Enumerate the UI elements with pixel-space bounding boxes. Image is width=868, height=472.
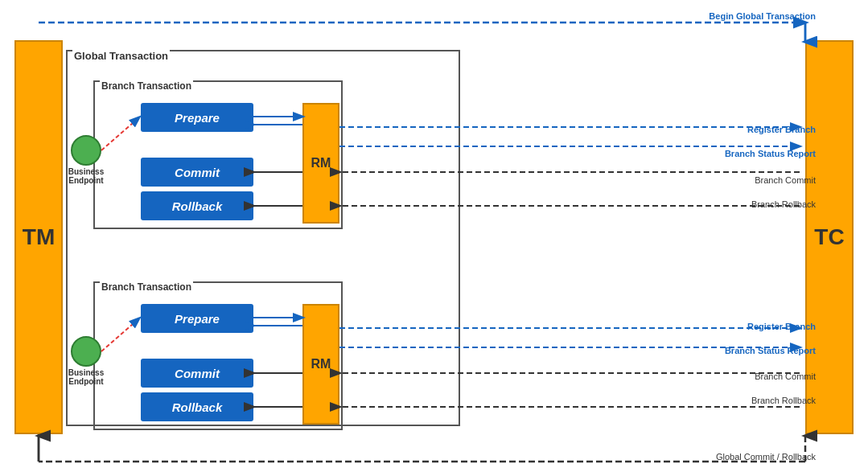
branch-commit-1-label: Branch Commit xyxy=(755,175,816,185)
prepare-label-top: Prepare xyxy=(175,111,220,125)
global-commit-rollback-label: Global Commit / Rollback xyxy=(716,452,816,462)
branch-status-report-2-label: Branch Status Report xyxy=(725,346,816,355)
commit-box-top: Commit xyxy=(141,158,253,187)
global-transaction-label: Global Transaction xyxy=(72,50,170,62)
branch-rollback-2-label: Branch Rollback xyxy=(751,396,816,405)
commit-label-bottom: Commit xyxy=(175,367,220,380)
register-branch-2-label: Register Branch xyxy=(747,322,816,331)
branch-rollback-1-label: Branch Rollback xyxy=(751,199,816,209)
tm-label: TM xyxy=(23,224,55,250)
prepare-label-bottom: Prepare xyxy=(175,312,220,326)
diagram-container: TM TC Global Transaction Branch Transact… xyxy=(0,0,868,472)
rm-label-top: RM xyxy=(311,156,331,170)
business-endpoint-top xyxy=(71,135,101,166)
begin-global-tx-label: Begin Global Transaction xyxy=(709,11,816,21)
prepare-box-bottom: Prepare xyxy=(141,304,253,333)
branch-status-report-1-label: Branch Status Report xyxy=(725,149,816,158)
business-endpoint-bottom xyxy=(71,336,101,367)
commit-label-top: Commit xyxy=(175,166,220,179)
rm-block-bottom: RM xyxy=(302,304,339,425)
business-endpoint-top-label: BusinessEndpoint xyxy=(61,167,111,185)
branch-transaction-label-bottom: Branch Transaction xyxy=(100,281,193,293)
rollback-label-top: Rollback xyxy=(172,199,223,213)
rollback-label-bottom: Rollback xyxy=(172,400,223,414)
register-branch-1-label: Register Branch xyxy=(747,125,816,134)
tc-label: TC xyxy=(814,224,844,250)
business-endpoint-bottom-label: BusinessEndpoint xyxy=(61,368,111,386)
branch-commit-2-label: Branch Commit xyxy=(755,371,816,381)
branch-transaction-label-top: Branch Transaction xyxy=(100,80,193,92)
commit-box-bottom: Commit xyxy=(141,359,253,388)
rm-block-top: RM xyxy=(302,103,339,224)
prepare-box-top: Prepare xyxy=(141,103,253,132)
rollback-box-bottom: Rollback xyxy=(141,392,253,421)
tm-block: TM xyxy=(14,40,63,434)
rollback-box-top: Rollback xyxy=(141,191,253,220)
rm-label-bottom: RM xyxy=(311,357,331,371)
